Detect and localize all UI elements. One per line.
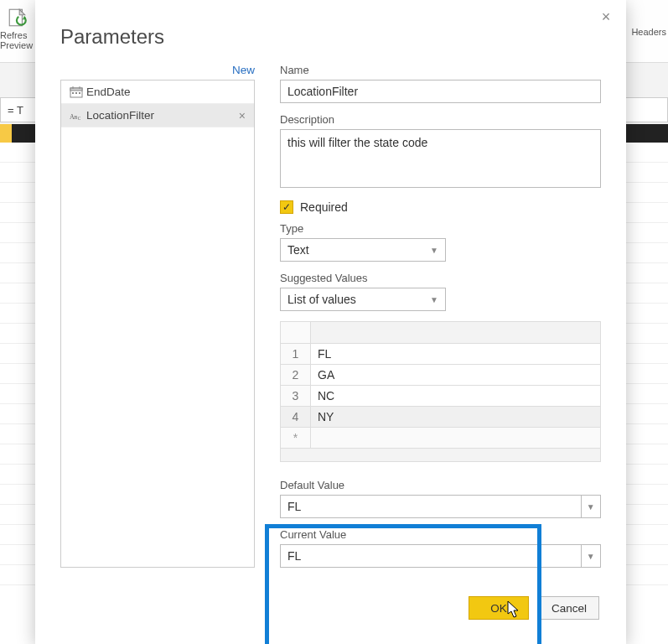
value-cell[interactable]: NC [311,386,601,407]
suggested-values-value: List of values [287,293,356,306]
dialog-title: Parameters [60,25,601,49]
required-checkbox[interactable]: ✓ [280,200,293,214]
table-row: 3NC [281,386,601,407]
parameter-item-enddate[interactable]: EndDate [61,80,254,104]
parameter-item-label: EndDate [86,86,249,98]
headers-label: Headers [631,27,666,37]
close-button[interactable]: × [598,8,614,25]
svg-text:C: C [78,116,81,121]
name-input[interactable] [280,80,601,103]
svg-text:B: B [74,114,77,120]
text-type-icon: ABC [70,110,86,122]
chevron-down-icon: ▼ [430,246,438,255]
table-row: 4NY [281,407,601,428]
default-value-input[interactable] [280,495,581,518]
svg-rect-6 [72,92,74,94]
parameter-item-label: LocationFilter [86,109,236,122]
description-label: Description [280,113,601,126]
required-checkbox-row[interactable]: ✓ Required [280,200,601,214]
new-parameter-link[interactable]: New [232,64,255,76]
ok-button[interactable]: OK [469,596,529,620]
values-list-table[interactable]: 1FL 2GA 3NC 4NY * [280,321,601,462]
table-add-row: * [281,428,601,449]
default-value-dropdown[interactable]: ▼ [581,495,601,518]
svg-rect-3 [70,88,82,91]
suggested-values-select[interactable]: List of values ▼ [280,288,446,311]
current-value-dropdown[interactable]: ▼ [581,544,601,568]
name-label: Name [280,64,601,76]
refresh-preview-label: RefresPreview [0,30,34,50]
delete-parameter-icon[interactable]: × [236,109,249,122]
parameters-dialog: × Parameters New EndDate ABC LocationFil… [35,0,626,644]
svg-rect-7 [75,92,77,94]
description-input[interactable] [280,129,601,188]
table-row: 2GA [281,365,601,386]
value-cell[interactable]: GA [311,365,601,386]
cancel-button[interactable]: Cancel [539,596,599,620]
type-select[interactable]: Text ▼ [280,238,446,262]
svg-rect-8 [79,92,80,94]
refresh-preview-icon[interactable] [7,7,28,31]
chevron-down-icon: ▼ [587,502,595,512]
table-scrollbar[interactable] [281,449,601,462]
current-value-label: Current Value [280,528,601,541]
parameter-item-locationfilter[interactable]: ABC LocationFilter × [61,104,254,127]
value-cell[interactable]: FL [311,344,601,365]
current-value-input[interactable] [280,544,581,568]
default-value-label: Default Value [280,479,601,491]
suggested-values-label: Suggested Values [280,272,601,284]
table-row: 1FL [281,344,601,365]
chevron-down-icon: ▼ [587,552,595,561]
parameter-list: EndDate ABC LocationFilter × [60,80,255,568]
type-value: Text [287,243,309,257]
calendar-icon [70,86,86,98]
required-label: Required [300,200,348,214]
type-label: Type [280,222,601,235]
chevron-down-icon: ▼ [430,295,438,304]
value-cell[interactable]: NY [311,407,601,428]
